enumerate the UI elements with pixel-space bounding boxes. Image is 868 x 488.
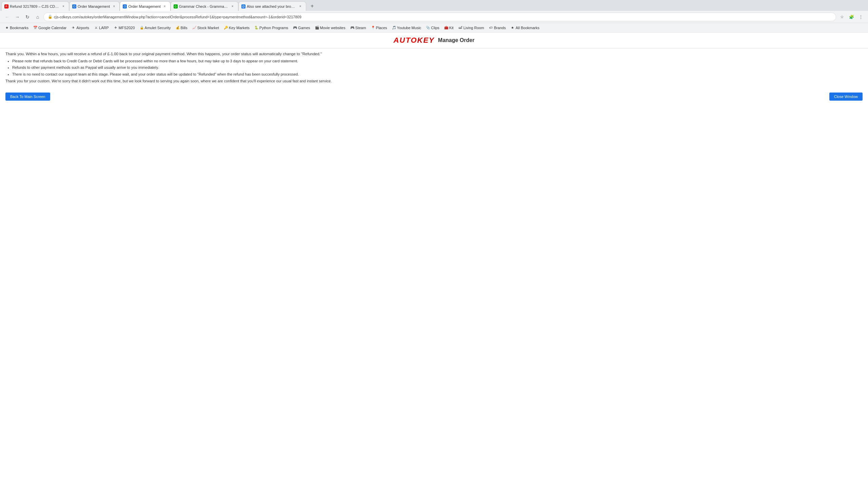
tab-favicon-grammar: G	[174, 4, 178, 8]
bookmark-python-programs[interactable]: 🐍 Python Programs	[252, 25, 290, 30]
youtube-music-icon: 🎵	[392, 26, 396, 30]
logo-key-text: KEY	[417, 36, 435, 44]
back-button[interactable]: ←	[3, 13, 12, 21]
tab-refund[interactable]: R Refund 3217809 – CJS CD Keys ×	[1, 1, 69, 11]
bookmark-label: Games	[298, 26, 310, 30]
add-tab-button[interactable]: +	[308, 1, 317, 11]
tab-title-order1: Order Management	[78, 4, 110, 8]
bookmark-amulet-security[interactable]: 🔒 Amulet Security	[138, 25, 173, 30]
bills-icon: 💰	[176, 26, 180, 30]
autokey-logo: AUTOKEY	[394, 36, 435, 45]
tab-title-email: Also see attached your broke r...	[247, 4, 296, 8]
bookmark-airports[interactable]: ✈ Airports	[69, 25, 91, 30]
brands-icon: 🏷	[489, 26, 493, 30]
bookmark-living-room[interactable]: 🛋 Living Room	[456, 25, 486, 30]
bookmark-label: Airports	[76, 26, 89, 30]
tab-favicon-order1: O	[72, 4, 76, 8]
movie-websites-icon: 🎬	[315, 26, 319, 30]
bookmark-label: Brands	[494, 26, 506, 30]
bookmark-larp[interactable]: ⚔ LARP	[92, 25, 111, 30]
bookmark-label: Living Room	[463, 26, 484, 30]
info-item-2: Refunds to other payment methods such as…	[12, 65, 863, 70]
larp-icon: ⚔	[94, 26, 98, 30]
page-content: AUTOKEY Manage Order Thank you. Within a…	[0, 33, 868, 488]
bookmark-stock-market[interactable]: 📈 Stock Market	[190, 25, 221, 30]
forward-button[interactable]: →	[13, 13, 22, 21]
bookmark-label: Bills	[181, 26, 188, 30]
bookmark-google-calendar[interactable]: 📅 Google Calendar	[31, 25, 68, 30]
bookmark-brands[interactable]: 🏷 Brands	[487, 25, 508, 30]
tab-title-refund: Refund 3217809 – CJS CD Keys	[10, 4, 59, 8]
bookmark-youtube-music[interactable]: 🎵 Youtube Music	[390, 25, 423, 30]
bookmark-key-markets[interactable]: 🔑 Key Markets	[222, 25, 252, 30]
page-header: AUTOKEY Manage Order	[0, 33, 868, 48]
browser-chrome: R Refund 3217809 – CJS CD Keys × O Order…	[0, 0, 868, 33]
bookmark-label: LARP	[99, 26, 109, 30]
bookmark-movie-websites[interactable]: 🎬 Movie websites	[313, 25, 348, 30]
tab-grammar[interactable]: G Grammar Check - Grammar an... ×	[171, 1, 238, 11]
bookmark-bills[interactable]: 💰 Bills	[174, 25, 190, 30]
lock-icon: 🔒	[48, 15, 53, 19]
tab-order1[interactable]: O Order Management ×	[69, 1, 120, 11]
tab-close-grammar[interactable]: ×	[230, 4, 235, 9]
bookmark-label: Bookmarks	[10, 26, 28, 30]
kit-icon: 🧰	[444, 26, 448, 30]
bookmark-label: Google Calendar	[38, 26, 66, 30]
all-bookmarks-icon: ★	[511, 26, 515, 30]
bookmark-label: Stock Market	[197, 26, 219, 30]
navigation-bar: ← → ↻ ⌂ 🔒 cjs-cdkeys.com/autokey/orderMa…	[0, 11, 868, 23]
google-calendar-icon: 📅	[33, 26, 37, 30]
close-window-button[interactable]: Close Window	[829, 93, 863, 101]
bookmark-places[interactable]: 📍 Places	[369, 25, 389, 30]
closing-text: Thank you for your custom. We're sorry t…	[5, 79, 863, 83]
bookmark-label: Movie websites	[320, 26, 346, 30]
url-text: cjs-cdkeys.com/autokey/orderManagementWi…	[54, 15, 832, 19]
bookmark-steam[interactable]: 🎮 Steam	[348, 25, 368, 30]
nav-icons: ☆ 🧩 ⋮	[837, 13, 865, 21]
bookmark-label: Places	[376, 26, 387, 30]
bookmark-all-bookmarks[interactable]: ★ All Bookmarks	[509, 25, 541, 30]
bookmark-bookmarks[interactable]: ★ Bookmarks	[3, 25, 31, 30]
buttons-row: Back To Main Screen Close Window	[0, 89, 868, 104]
bookmark-games[interactable]: 🎮 Games	[291, 25, 312, 30]
main-content: Thank you. Within a few hours, you will …	[0, 48, 868, 86]
tab-close-order2[interactable]: ×	[162, 4, 167, 9]
bookmark-clips[interactable]: 📎 Clips	[424, 25, 441, 30]
bookmark-kit[interactable]: 🧰 Kit	[442, 25, 456, 30]
menu-icon[interactable]: ⋮	[856, 13, 865, 21]
info-item-3: There is no need to contact our support …	[12, 72, 863, 77]
tab-title-grammar: Grammar Check - Grammar an...	[179, 4, 229, 8]
amulet-security-icon: 🔒	[140, 26, 144, 30]
tab-close-order1[interactable]: ×	[111, 4, 117, 9]
bookmark-label: Python Programs	[259, 26, 288, 30]
address-bar[interactable]: 🔒 cjs-cdkeys.com/autokey/orderManagement…	[43, 13, 836, 21]
tab-favicon-refund: R	[4, 4, 8, 8]
bookmark-mfs2020[interactable]: ✈ MFS2020	[112, 25, 137, 30]
bookmark-label: All Bookmarks	[516, 26, 539, 30]
tab-favicon-order2: O	[123, 4, 127, 8]
reload-button[interactable]: ↻	[23, 13, 32, 21]
games-icon: 🎮	[293, 26, 297, 30]
stock-market-icon: 📈	[192, 26, 196, 30]
info-item-1: Please note that refunds back to Credit …	[12, 59, 863, 64]
bookmark-label: Amulet Security	[145, 26, 171, 30]
places-icon: 📍	[371, 26, 375, 30]
tab-bar: R Refund 3217809 – CJS CD Keys × O Order…	[0, 0, 868, 11]
bookmark-star-icon[interactable]: ☆	[837, 13, 846, 21]
info-list: Please note that refunds back to Credit …	[12, 59, 863, 77]
steam-icon: 🎮	[350, 26, 354, 30]
bookmark-label: Key Markets	[229, 26, 250, 30]
tab-order2[interactable]: O Order Management ×	[120, 1, 170, 11]
key-markets-icon: 🔑	[224, 26, 228, 30]
back-to-main-screen-button[interactable]: Back To Main Screen	[5, 93, 50, 101]
home-button[interactable]: ⌂	[33, 13, 42, 21]
bookmark-label: MFS2020	[119, 26, 135, 30]
bookmark-label: Steam	[355, 26, 366, 30]
bookmark-label: Clips	[431, 26, 439, 30]
tab-email[interactable]: @ Also see attached your broke r... ×	[238, 1, 306, 11]
extensions-icon[interactable]: 🧩	[847, 13, 856, 21]
bookmarks-bar: ★ Bookmarks 📅 Google Calendar ✈ Airports…	[0, 23, 868, 33]
tab-close-email[interactable]: ×	[298, 4, 303, 9]
living-room-icon: 🛋	[458, 26, 462, 30]
tab-close-refund[interactable]: ×	[61, 4, 66, 9]
